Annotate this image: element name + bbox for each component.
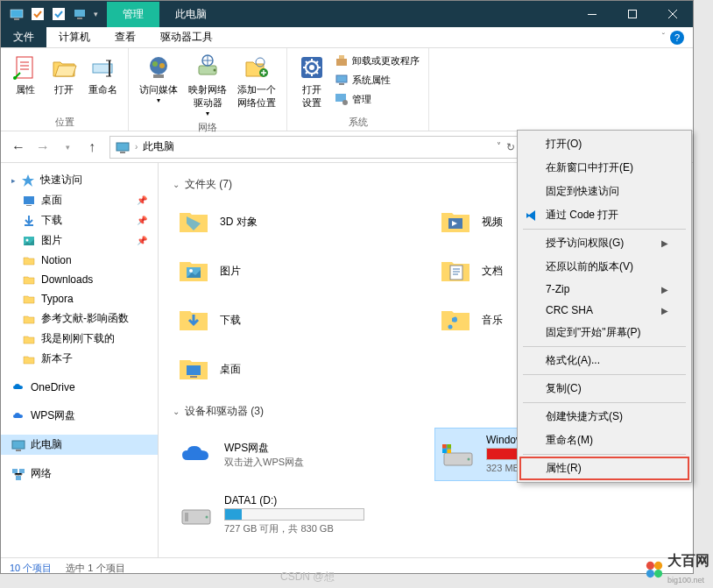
sidebar-item[interactable]: Downloads bbox=[1, 270, 158, 289]
sidebar-item[interactable]: 参考文献-影响函数 bbox=[1, 308, 158, 329]
context-menu-item[interactable]: 创建快捷方式(S) bbox=[519, 405, 689, 429]
manage-button[interactable]: 管理 bbox=[333, 90, 421, 108]
svg-rect-7 bbox=[629, 11, 637, 18]
pin-icon: 📌 bbox=[137, 216, 147, 225]
refresh-icon[interactable]: ↻ bbox=[506, 141, 515, 153]
sidebar-onedrive[interactable]: OneDrive bbox=[1, 378, 158, 397]
svg-point-9 bbox=[13, 76, 17, 80]
drive-item[interactable]: WPS网盘双击进入WPS网盘 bbox=[173, 428, 417, 481]
access-media-button[interactable]: 访问媒体▾ bbox=[136, 52, 181, 106]
ribbon-help: ˇ ? bbox=[653, 27, 693, 47]
sidebar-item-label: Typora bbox=[41, 293, 74, 305]
context-menu-item[interactable]: 属性(R) bbox=[519, 457, 689, 480]
sidebar-wps[interactable]: WPS网盘 bbox=[1, 406, 158, 426]
sidebar-item[interactable]: 桌面📌 bbox=[1, 190, 158, 210]
nav-forward-button[interactable]: → bbox=[32, 137, 53, 158]
folder-item[interactable]: 桌面 bbox=[173, 348, 417, 390]
sidebar-item[interactable]: Typora bbox=[1, 289, 158, 308]
folder-icon bbox=[176, 302, 211, 337]
rename-button[interactable]: 重命名 bbox=[85, 52, 121, 98]
view-tab[interactable]: 查看 bbox=[102, 27, 148, 47]
nav-up-button[interactable]: ↑ bbox=[81, 137, 102, 158]
context-menu-item[interactable]: 固定到"开始"屏幕(P) bbox=[519, 321, 689, 344]
add-location-button[interactable]: 添加一个 网络位置 bbox=[234, 52, 279, 111]
folder-item[interactable]: 下载 bbox=[173, 299, 417, 341]
context-menu-item[interactable]: 格式化(A)... bbox=[519, 349, 689, 372]
folder-icon bbox=[22, 273, 36, 287]
sidebar-item[interactable]: Notion bbox=[1, 251, 158, 270]
chevron-down-icon: ⌄ bbox=[173, 180, 180, 189]
svg-rect-3 bbox=[53, 8, 65, 20]
minimize-button[interactable] bbox=[572, 1, 612, 27]
file-tab[interactable]: 文件 bbox=[1, 27, 46, 47]
sys-props-button[interactable]: 系统属性 bbox=[333, 71, 421, 89]
svg-rect-41 bbox=[16, 476, 21, 480]
drive-tools-tab[interactable]: 驱动器工具 bbox=[148, 27, 225, 47]
sidebar-this-pc[interactable]: 此电脑 bbox=[1, 435, 158, 455]
map-drive-button[interactable]: 映射网络 驱动器▾ bbox=[185, 52, 230, 119]
folder-icon bbox=[22, 292, 36, 306]
svg-rect-24 bbox=[336, 59, 347, 66]
chevron-right-icon: › bbox=[135, 142, 138, 152]
pc-icon-small bbox=[73, 7, 87, 21]
ribbon-collapse-icon[interactable]: ˇ bbox=[662, 32, 665, 42]
address-field[interactable]: › 此电脑 ˅ ↻ bbox=[109, 136, 521, 159]
svg-rect-26 bbox=[336, 75, 347, 82]
svg-rect-48 bbox=[190, 376, 197, 378]
context-menu-item[interactable]: 7-Zip▶ bbox=[519, 279, 689, 300]
drive-usage-bar bbox=[224, 508, 364, 521]
context-menu-item[interactable]: 打开(O) bbox=[519, 132, 689, 156]
nav-back-button[interactable]: ← bbox=[8, 137, 29, 158]
svg-rect-11 bbox=[109, 60, 110, 76]
manage-tab[interactable]: 管理 bbox=[107, 2, 159, 27]
drive-label: WPS网盘 bbox=[224, 441, 413, 456]
qat-dropdown-icon[interactable]: ▾ bbox=[94, 10, 98, 18]
ribbon-group-system: 打开 设置 卸载或更改程序 系统属性 管理 bbox=[287, 48, 429, 131]
sidebar-item[interactable]: 下载📌 bbox=[1, 210, 158, 230]
checkbox-orange-icon[interactable] bbox=[31, 7, 45, 21]
sidebar-item[interactable]: 我是刚刚下载的 bbox=[1, 329, 158, 349]
context-menu-item[interactable]: 在新窗口中打开(E) bbox=[519, 156, 689, 180]
help-icon[interactable]: ? bbox=[670, 31, 684, 45]
context-menu-label: 通过 Code 打开 bbox=[546, 208, 618, 223]
drive-subtext: 727 GB 可用，共 830 GB bbox=[224, 522, 413, 535]
context-menu-item[interactable]: 固定到快速访问 bbox=[519, 180, 689, 203]
sidebar-network[interactable]: 网络 bbox=[1, 464, 158, 484]
context-menu-label: 复制(C) bbox=[546, 381, 582, 396]
sidebar-item-label: 图片 bbox=[41, 233, 62, 248]
folder-label: 图片 bbox=[220, 264, 241, 279]
context-menu-item[interactable]: 复制(C) bbox=[519, 377, 689, 400]
addr-dropdown-icon[interactable]: ˅ bbox=[497, 141, 501, 153]
maximize-button[interactable] bbox=[612, 1, 653, 27]
context-menu-item[interactable]: 授予访问权限(G)▶ bbox=[519, 231, 689, 255]
close-button[interactable] bbox=[653, 1, 693, 27]
context-menu-item[interactable]: 重命名(M) bbox=[519, 429, 689, 452]
sidebar-quick-access[interactable]: ▸ 快速访问 bbox=[1, 170, 158, 190]
properties-button[interactable]: 属性 bbox=[8, 52, 43, 98]
folder-item[interactable]: 3D 对象 bbox=[173, 201, 417, 243]
open-settings-button[interactable]: 打开 设置 bbox=[294, 52, 329, 111]
context-menu-item[interactable]: 通过 Code 打开 bbox=[519, 203, 689, 227]
vscode-icon bbox=[525, 209, 539, 223]
svg-point-14 bbox=[159, 63, 165, 68]
folder-item[interactable]: 图片 bbox=[173, 250, 417, 292]
drive-item[interactable]: DATA1 (D:)727 GB 可用，共 830 GB bbox=[173, 488, 417, 542]
nav-recent-button[interactable]: ▾ bbox=[57, 137, 78, 158]
item-count: 10 个项目 bbox=[10, 562, 52, 575]
svg-point-61 bbox=[646, 570, 654, 577]
sidebar-item[interactable]: 图片📌 bbox=[1, 230, 158, 251]
folder-icon bbox=[176, 204, 211, 239]
svg-rect-27 bbox=[339, 83, 344, 85]
chevron-right-icon: ▶ bbox=[661, 238, 668, 248]
computer-tab[interactable]: 计算机 bbox=[46, 27, 102, 47]
svg-rect-15 bbox=[153, 74, 164, 78]
context-menu-item[interactable]: 还原以前的版本(V) bbox=[519, 255, 689, 279]
sidebar-item[interactable]: 新本子 bbox=[1, 349, 158, 369]
svg-rect-30 bbox=[116, 143, 129, 151]
checkbox-blue-icon[interactable] bbox=[52, 7, 66, 21]
open-button[interactable]: 打开 bbox=[46, 52, 81, 98]
uninstall-button[interactable]: 卸载或更改程序 bbox=[333, 52, 421, 69]
context-separator bbox=[523, 402, 686, 403]
context-menu-item[interactable]: CRC SHA▶ bbox=[519, 300, 689, 321]
folder-icon bbox=[22, 214, 36, 228]
